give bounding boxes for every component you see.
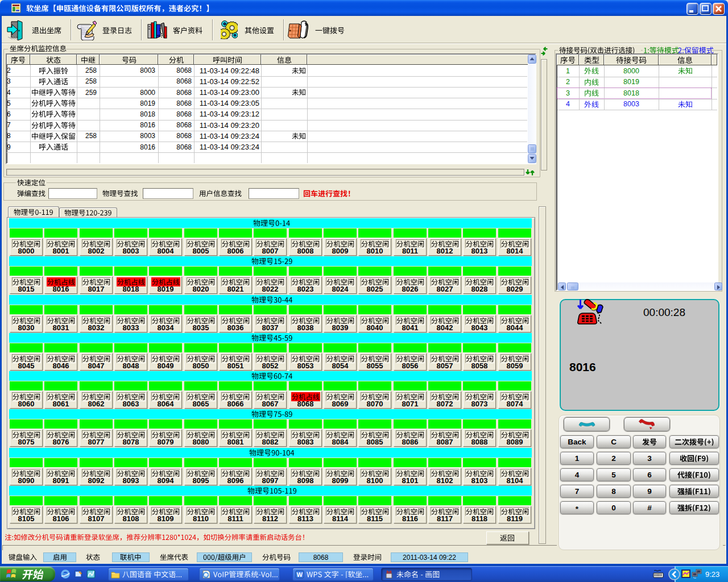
svg-text:W: W — [297, 571, 303, 578]
